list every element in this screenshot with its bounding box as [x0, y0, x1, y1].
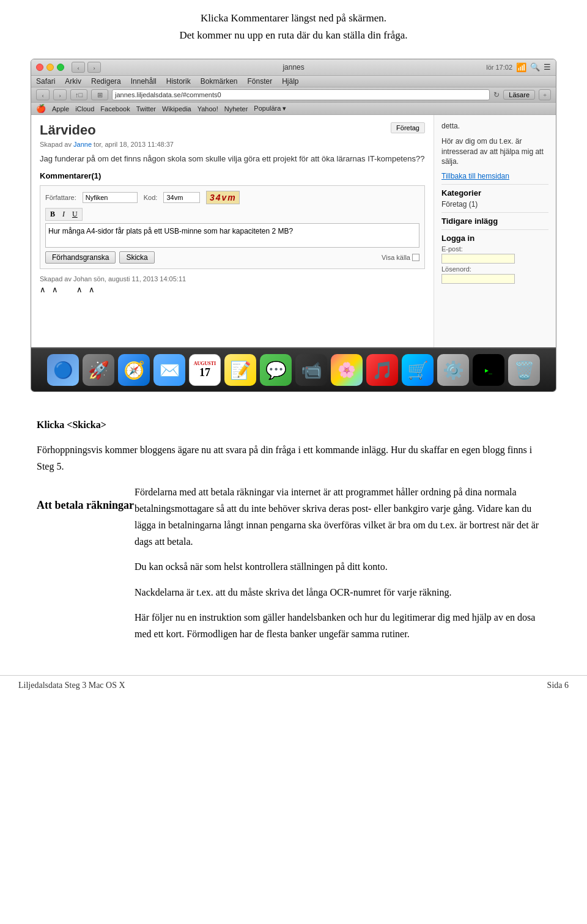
italic-button[interactable]: I	[61, 210, 67, 219]
next-comment[interactable]: ∧	[52, 285, 58, 294]
url-text: jannes.liljedalsdata.se/#comments0	[115, 91, 221, 98]
terminal-icon: ▶_	[485, 367, 492, 374]
dock-messages[interactable]: 💬	[260, 354, 292, 386]
bookmark-facebook[interactable]: Facebook	[100, 105, 130, 113]
foretag-button[interactable]: Företag	[391, 122, 425, 133]
skicka-label: Klicka <Skicka>	[37, 419, 106, 430]
author-input[interactable]	[83, 192, 138, 203]
footer-right: Sida 6	[547, 681, 569, 690]
dock-facetime[interactable]: 📹	[295, 354, 327, 386]
bookmark-populara[interactable]: Populära ▾	[254, 105, 286, 113]
menu-redigera[interactable]: Redigera	[91, 77, 121, 86]
comment-textarea[interactable]: Hur många A4-sidor får plats på ett USB-…	[45, 223, 419, 248]
dock-terminal[interactable]: ▶_	[473, 354, 504, 386]
sidebar-text2: Hör av dig om du t.ex. är intresserad av…	[441, 136, 548, 167]
password-input[interactable]	[441, 274, 515, 284]
finder-icon: 🔵	[53, 361, 73, 380]
url-bar-row: ‹ › ↑□ ⊞ jannes.liljedalsdata.se/#commen…	[31, 87, 556, 103]
list-icon[interactable]: ☰	[544, 62, 551, 72]
email-label: E-post:	[441, 245, 548, 253]
dock-trash[interactable]: 🗑️	[508, 354, 540, 386]
search-icon[interactable]: 🔍	[530, 62, 540, 72]
new-tab-button[interactable]: +	[539, 89, 551, 100]
comment-meta-text: Skapad av Johan sön, augusti 11, 2013 14…	[40, 275, 425, 283]
blog-main-content: Företag Lärvideo Skapad av Janne tor, ap…	[31, 115, 434, 347]
close-button[interactable]	[36, 64, 43, 71]
sidebar-divider2	[441, 212, 548, 213]
form-author-row: Författare: Kod: 34vm	[45, 191, 419, 204]
next-page[interactable]: ∧	[89, 285, 95, 294]
bookmark-yahoo[interactable]: Yahoo!	[198, 105, 218, 113]
dock-safari[interactable]: 🧭	[118, 354, 150, 386]
forward-button[interactable]: ›	[87, 62, 101, 73]
url-input[interactable]: jannes.liljedalsdata.se/#comments0	[112, 89, 490, 100]
submit-button[interactable]: Skicka	[119, 251, 154, 264]
refresh-icon[interactable]: ↻	[493, 91, 500, 100]
preview-button[interactable]: Förhandsgranska	[45, 251, 116, 264]
bookmark-nyheter[interactable]: Nyheter	[224, 105, 248, 113]
visa-kalla-text[interactable]: Visa källa	[382, 254, 410, 261]
blog-date: tor, april 18, 2013 11:48:37	[92, 141, 174, 148]
menu-safari[interactable]: Safari	[36, 77, 55, 86]
appstore-icon: 🛒	[407, 360, 429, 380]
wifi-icon: 📶	[516, 62, 526, 73]
menu-historik[interactable]: Historik	[166, 77, 191, 86]
form-buttons: Förhandsgranska Skicka Visa källa	[45, 251, 419, 264]
grid-button[interactable]: ⊞	[91, 89, 108, 100]
bookmark-wikipedia[interactable]: Wikipedia	[162, 105, 191, 113]
editor-toolbar: B I U	[45, 208, 83, 221]
captcha-image: 34vm	[206, 191, 240, 204]
url-forward[interactable]: ›	[53, 89, 67, 100]
web-content: Företag Lärvideo Skapad av Janne tor, ap…	[31, 115, 556, 347]
sidebar-homelink[interactable]: Tillbaka till hemsidan	[441, 172, 548, 180]
code-input[interactable]	[163, 192, 200, 203]
safari-menubar: Safari Arkiv Redigera Innehåll Historik …	[31, 76, 556, 87]
sidebar-divider3	[441, 229, 548, 230]
menu-bokmarken[interactable]: Bokmärken	[201, 77, 238, 86]
reader-button[interactable]: Läsare	[503, 90, 535, 100]
blog-meta: Skapad av Janne tor, april 18, 2013 11:4…	[40, 141, 425, 148]
bookmark-apple[interactable]: Apple	[52, 105, 69, 113]
url-back[interactable]: ‹	[36, 89, 50, 100]
bold-button[interactable]: B	[48, 210, 57, 219]
dock-music[interactable]: 🎵	[366, 354, 398, 386]
maximize-button[interactable]	[57, 64, 64, 71]
dock-mail[interactable]: ✉️	[153, 354, 185, 386]
underline-button[interactable]: U	[70, 210, 79, 219]
email-input[interactable]	[441, 254, 515, 264]
blog-author-link[interactable]: Janne	[73, 141, 92, 148]
body-para1: Förhoppningsvis kommer bloggens ägare nu…	[37, 442, 550, 475]
dock-notes[interactable]: 📝	[224, 354, 256, 386]
trash-icon: 🗑️	[514, 360, 535, 380]
prev-page[interactable]: ∧	[76, 285, 83, 294]
visa-kalla-checkbox[interactable]	[412, 254, 419, 261]
sidebar-kategorier-title: Kategorier	[441, 188, 548, 198]
menu-hjalp[interactable]: Hjälp	[282, 77, 298, 86]
dock-appstore[interactable]: 🛒	[402, 354, 434, 386]
page-footer: Liljedalsdata Steg 3 Mac OS X Sida 6	[0, 675, 587, 695]
safari-screenshot: ‹ › jannes lör 17:02 📶 🔍 ☰ Safari Arkiv …	[31, 59, 556, 392]
instruction-line1: Klicka Kommentarer längst ned på skärmen…	[37, 12, 550, 24]
menu-arkiv[interactable]: Arkiv	[65, 77, 81, 86]
prev-comment[interactable]: ∧	[40, 285, 46, 294]
facetime-icon: 📹	[301, 360, 322, 380]
back-button[interactable]: ‹	[72, 62, 85, 73]
menu-fonster[interactable]: Fönster	[248, 77, 273, 86]
share-button[interactable]: ↑□	[70, 89, 87, 100]
menu-innehall[interactable]: Innehåll	[131, 77, 157, 86]
sidebar-category1: Företag (1)	[441, 200, 548, 209]
bookmark-twitter[interactable]: Twitter	[136, 105, 156, 113]
dock-photos[interactable]: 🌸	[331, 354, 363, 386]
minimize-button[interactable]	[46, 64, 54, 71]
click-skicka-text: Klicka <Skicka>	[37, 416, 550, 433]
music-icon: 🎵	[372, 360, 393, 380]
body-para5: Här följer nu en instruktion som gäller …	[135, 609, 550, 642]
main-body: Klicka <Skicka> Förhoppningsvis kommer b…	[0, 404, 587, 663]
bookmark-icloud[interactable]: iCloud	[75, 105, 94, 113]
dock-system-prefs[interactable]: ⚙️	[437, 354, 469, 386]
body-para3: Du kan också när som helst kontrollera s…	[135, 558, 550, 575]
dock-calendar[interactable]: AUGUSTI 17	[189, 354, 221, 386]
dock-launchpad[interactable]: 🚀	[83, 354, 114, 386]
dock-finder[interactable]: 🔵	[47, 354, 79, 386]
notes-icon: 📝	[230, 360, 251, 380]
